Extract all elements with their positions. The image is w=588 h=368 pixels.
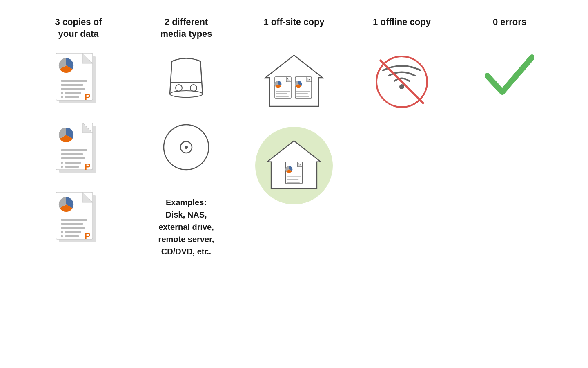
svg-rect-36	[61, 235, 63, 237]
svg-rect-52	[276, 96, 289, 97]
col-copies: 3 copies ofyour data	[24, 16, 132, 245]
col-offsite: 1 off-site copy	[240, 16, 348, 204]
svg-point-67	[399, 84, 404, 89]
svg-text:P: P	[85, 162, 91, 172]
col-media-icons: Examples:Disk, NAS,external drive,remote…	[158, 53, 214, 258]
svg-rect-35	[65, 231, 81, 233]
col-errors-header: 0 errors	[493, 16, 526, 49]
svg-rect-37	[65, 235, 79, 237]
disc-icon	[162, 123, 211, 172]
house-highlight-container	[255, 127, 333, 204]
col-offsite-icons	[255, 53, 333, 204]
nas-icon	[162, 53, 211, 106]
main-container: 3 copies ofyour data	[0, 0, 588, 368]
house-highlighted-icon	[265, 137, 323, 194]
file-icon-2: P	[56, 123, 101, 176]
svg-rect-21	[61, 162, 63, 164]
svg-text:P: P	[85, 92, 91, 102]
col-errors: 0 errors	[456, 16, 564, 98]
col-media: 2 differentmedia types	[132, 16, 240, 258]
col-copies-icons: P P	[56, 53, 101, 245]
svg-rect-34	[61, 231, 63, 233]
col-errors-icons	[485, 53, 534, 98]
svg-rect-20	[61, 157, 85, 159]
svg-rect-23	[61, 166, 63, 168]
col-offsite-header: 1 off-site copy	[263, 16, 324, 49]
col-offline: 1 offline copy	[348, 16, 456, 110]
house-offsite-icon	[263, 53, 325, 110]
examples-text: Examples:Disk, NAS,external drive,remote…	[158, 196, 214, 258]
svg-rect-10	[61, 96, 63, 98]
svg-rect-19	[61, 153, 83, 155]
file-icon-1: P	[56, 53, 101, 106]
svg-rect-65	[287, 182, 300, 183]
svg-line-68	[381, 61, 423, 103]
svg-rect-7	[61, 88, 85, 90]
svg-rect-9	[65, 92, 81, 94]
svg-marker-46	[265, 55, 323, 106]
svg-rect-24	[65, 166, 79, 168]
col-copies-header: 3 copies ofyour data	[55, 16, 102, 49]
svg-rect-33	[61, 227, 85, 229]
svg-rect-8	[61, 92, 63, 94]
svg-rect-50	[276, 91, 290, 92]
svg-rect-56	[296, 91, 310, 92]
svg-text:P: P	[85, 231, 91, 241]
col-media-header: 2 differentmedia types	[160, 16, 212, 49]
svg-rect-51	[276, 93, 287, 94]
svg-point-39	[170, 91, 203, 97]
svg-rect-32	[61, 223, 83, 225]
svg-rect-63	[287, 176, 301, 177]
no-wifi-icon	[373, 53, 430, 110]
checkmark-icon	[485, 53, 534, 98]
svg-rect-5	[61, 80, 87, 82]
svg-rect-57	[296, 93, 308, 94]
svg-rect-58	[296, 96, 309, 97]
svg-rect-6	[61, 84, 83, 86]
file-icon-3: P	[56, 192, 101, 245]
svg-rect-11	[65, 96, 79, 98]
svg-rect-31	[61, 219, 87, 221]
svg-rect-64	[287, 179, 298, 180]
svg-rect-18	[61, 149, 87, 151]
col-offline-header: 1 offline copy	[373, 16, 431, 49]
col-offline-icons	[373, 53, 430, 110]
svg-point-45	[185, 146, 188, 149]
svg-rect-22	[65, 162, 81, 164]
